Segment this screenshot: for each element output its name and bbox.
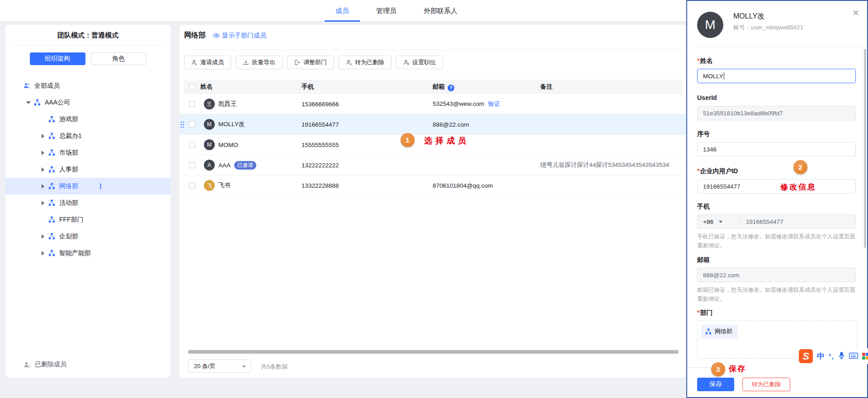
member-remark: 绕弯儿翁探讨探讨44探讨534534543543543534: [540, 161, 682, 169]
caret-down-icon[interactable]: [25, 100, 32, 106]
move-to-deleted-button[interactable]: 转为已删除: [339, 56, 392, 69]
sidebar-item-market-dept[interactable]: 市场部: [5, 144, 170, 161]
phone-value: 19166554477: [746, 218, 783, 225]
row-checkbox[interactable]: [189, 101, 195, 107]
sidebar-item-hr-dept[interactable]: 人事部: [5, 161, 170, 178]
avatar: M: [697, 12, 723, 38]
column-email: 邮箱?: [433, 83, 540, 91]
set-position-button[interactable]: 设置职位: [396, 56, 443, 69]
adjust-department-button[interactable]: 调整部门: [287, 56, 334, 69]
sidebar-item-smart-capacity-dept[interactable]: 智能产能部: [5, 245, 170, 261]
seq-label: 序号: [697, 130, 856, 138]
caret-right-icon[interactable]: [40, 233, 46, 240]
field-phone: 手机 +86 19166554477 手机已验证，您无法修改。如需修改请联系成员…: [697, 203, 856, 250]
caret-spacer: [40, 217, 46, 223]
seq-input[interactable]: 1346: [697, 142, 856, 156]
enterprise-id-input[interactable]: 19166554477: [697, 179, 856, 194]
org-sidebar: 团队模式：普通模式 组织架构 角色 全部成员 AAA公司 游戏部: [5, 25, 170, 378]
member-email: 532543@wew.com: [433, 100, 484, 107]
sidebar-item-label: 智能产能部: [59, 249, 91, 257]
caret-right-icon[interactable]: [40, 133, 46, 139]
sidebar-item-deleted-members[interactable]: 已删除成员: [5, 358, 170, 371]
move-to-deleted-button[interactable]: 转为已删除: [742, 378, 790, 391]
deleted-members-label: 已删除成员: [35, 360, 66, 369]
sidebar-item-label: 企划部: [59, 232, 78, 241]
tab-members[interactable]: 成员: [335, 0, 349, 22]
row-checkbox[interactable]: [189, 121, 195, 128]
ime-menu-grid-icon[interactable]: [862, 353, 868, 360]
tab-admins[interactable]: 管理员: [376, 0, 396, 22]
help-icon[interactable]: ?: [448, 85, 454, 91]
department-icon: [48, 166, 55, 173]
department-icon: [48, 216, 55, 223]
sidebar-item-activity-dept[interactable]: 活动部: [5, 194, 170, 211]
sidebar-item-game-dept[interactable]: 游戏部: [5, 111, 170, 128]
step-1-label: 选择成员: [424, 135, 469, 146]
invite-member-button[interactable]: 邀请成员: [184, 56, 231, 69]
table-row[interactable]: 飞 飞书 13322228888 8706101804@qq.com: [179, 175, 686, 196]
save-button[interactable]: 保存: [697, 378, 734, 391]
sidebar-item-label: 总裁办1: [59, 132, 82, 140]
tab-external-contacts[interactable]: 外部联系人: [424, 0, 458, 22]
country-code-select[interactable]: +86: [703, 218, 739, 225]
sidebar-item-president-office[interactable]: 总裁办1: [5, 128, 170, 144]
caret-right-icon[interactable]: [40, 166, 46, 173]
avatar: M: [204, 119, 215, 130]
sogou-ime-icon[interactable]: S: [799, 349, 813, 363]
row-checkbox[interactable]: [189, 162, 195, 168]
step-1-marker: 1: [401, 133, 415, 147]
email-label: 邮箱: [697, 256, 856, 264]
sidebar-item-network-dept[interactable]: 网络部 ⋮: [5, 178, 170, 194]
userid-input: 51e3591810b13e8ad8b09fd7: [697, 106, 856, 120]
keyboard-icon[interactable]: [849, 352, 858, 360]
more-actions-icon[interactable]: ⋮: [97, 182, 104, 190]
microphone-icon[interactable]: [838, 352, 845, 360]
vertical-scrollbar[interactable]: [864, 49, 866, 248]
verify-link[interactable]: 验证: [488, 100, 500, 107]
caret-right-icon[interactable]: [40, 250, 46, 256]
userid-label: UserId: [697, 94, 856, 102]
sidebar-item-label: 网络部: [59, 182, 78, 190]
row-checkbox[interactable]: [189, 182, 195, 189]
org-structure-button[interactable]: 组织架构: [30, 52, 85, 65]
caret-right-icon[interactable]: [40, 183, 46, 190]
close-icon[interactable]: ×: [853, 7, 859, 18]
caret-right-icon[interactable]: [40, 200, 46, 206]
horizontal-scrollbar[interactable]: [188, 350, 679, 354]
select-all-checkbox[interactable]: [189, 84, 195, 90]
department-tag[interactable]: 网络部: [701, 325, 738, 338]
divider: [184, 50, 682, 50]
sidebar-item-planning-dept[interactable]: 企划部: [5, 228, 170, 245]
page-size-select[interactable]: 20 条/页: [188, 360, 251, 373]
row-checkbox[interactable]: [189, 142, 195, 148]
sidebar-item-fff-dept[interactable]: FFF部门: [5, 211, 170, 228]
field-name: *姓名 MOLLY: [697, 57, 856, 83]
column-phone: 手机: [302, 83, 433, 91]
invited-badge: 已邀请: [234, 161, 256, 170]
phone-helper-text: 手机已验证，您无法修改。如需修改请联系成员在个人设置页面重新绑定。: [697, 232, 858, 250]
column-name: 姓名: [200, 83, 302, 91]
step-2-label: 修改信息: [780, 182, 816, 192]
caret-right-icon[interactable]: [40, 150, 46, 156]
avatar: M: [204, 139, 215, 150]
batch-export-button[interactable]: 批量导出: [236, 56, 283, 69]
member-phone: 19166554477: [302, 121, 433, 128]
role-button[interactable]: 角色: [91, 52, 146, 65]
nav-tabs: 成员 管理员 外部联系人: [335, 0, 458, 22]
drag-handle-icon[interactable]: [180, 121, 184, 129]
name-input[interactable]: MOLLY: [697, 69, 856, 83]
sidebar-item-label: 游戏部: [59, 115, 78, 123]
table-row[interactable]: A AAA 已邀请 13222222222 绕弯儿翁探讨探讨44探讨534534…: [179, 155, 686, 175]
sidebar-item-all-members[interactable]: 全部成员: [5, 77, 170, 94]
name-label: 姓名: [700, 57, 712, 64]
table-row-selected[interactable]: M MOLLY改 19166554477 888@22.com: [179, 114, 686, 135]
sidebar-item-aaa-company[interactable]: AAA公司: [5, 94, 170, 111]
ime-punctuation-icon[interactable]: °,: [829, 353, 834, 360]
step-3-label: 保存: [729, 364, 746, 374]
ime-language-toggle[interactable]: 中: [817, 351, 825, 361]
show-sub-department-toggle[interactable]: 显示子部门成员: [213, 32, 266, 40]
table-row[interactable]: 王 凯西王 15366669666 532543@wew.com验证: [179, 94, 686, 114]
department-title: 网络部: [184, 31, 206, 40]
total-count: 共5条数据: [261, 363, 288, 371]
chevron-down-icon: [242, 365, 246, 368]
